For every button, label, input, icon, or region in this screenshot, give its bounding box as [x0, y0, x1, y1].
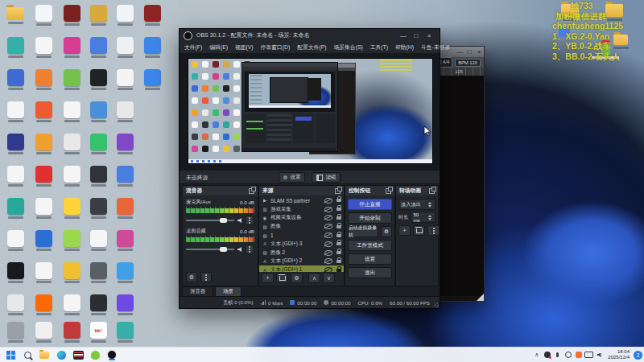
desktop-icon[interactable] — [88, 37, 109, 58]
lock-icon[interactable] — [336, 216, 341, 220]
desktop-icon[interactable] — [5, 69, 26, 90]
controls-dock-header[interactable]: 控制按钮 — [345, 186, 394, 195]
desktop-icon[interactable] — [33, 69, 54, 90]
resize-grip[interactable] — [477, 294, 484, 301]
source-row-1[interactable]: ▥游戏采集 — [259, 205, 344, 214]
desktop-icon[interactable] — [5, 37, 26, 58]
visibility-eye-icon[interactable] — [324, 207, 332, 212]
app-icon-green[interactable] — [89, 349, 101, 360]
menu-item-1[interactable]: 编辑(E) — [209, 43, 228, 51]
exit-button[interactable]: 退出 — [348, 267, 392, 278]
tray-obs-icon[interactable] — [543, 350, 551, 360]
menu-item-6[interactable]: 工具(T) — [370, 43, 388, 51]
settings-button[interactable]: 设置 — [348, 253, 392, 265]
speaker-icon[interactable] — [237, 247, 242, 252]
lock-icon[interactable] — [336, 225, 341, 228]
speaker-icon[interactable] — [237, 218, 242, 223]
remove-transition-button[interactable] — [413, 225, 425, 236]
desktop-icon[interactable] — [114, 69, 135, 90]
menu-item-4[interactable]: 配置文件(P) — [297, 43, 326, 51]
slider-knob[interactable] — [220, 218, 227, 223]
desktop-icon[interactable] — [88, 198, 109, 219]
desktop-icon[interactable] — [5, 294, 26, 315]
desktop-icon[interactable] — [33, 322, 54, 343]
source-row-6[interactable]: ▨图像 2 — [259, 249, 344, 257]
notification-badge[interactable]: 2 — [634, 351, 642, 360]
desktop-icon[interactable] — [33, 262, 54, 283]
add-source-button[interactable]: + — [262, 273, 274, 283]
desktop-icon[interactable] — [61, 322, 82, 343]
desktop-icon[interactable] — [114, 322, 135, 343]
tray-mic-icon[interactable] — [553, 350, 562, 360]
desktop-icon[interactable] — [114, 134, 135, 154]
desktop-icon[interactable] — [61, 134, 82, 154]
tab-mixer[interactable]: 混音器 — [182, 286, 213, 296]
clock[interactable]: 18:04 2025/12/4 — [608, 349, 630, 360]
desktop-icon[interactable] — [61, 166, 82, 187]
tab-scenes[interactable]: 场景 — [215, 286, 242, 296]
maximize-icon[interactable]: □ — [410, 29, 423, 42]
desktop-icon[interactable] — [114, 294, 135, 315]
desktop-icon[interactable] — [88, 230, 109, 251]
desktop-icon[interactable] — [33, 198, 54, 219]
visibility-eye-icon[interactable] — [324, 224, 332, 229]
minimize-icon[interactable]: — — [455, 47, 464, 57]
desktop-icon[interactable] — [33, 294, 54, 315]
desktop-icon[interactable] — [88, 262, 109, 283]
desktop-icon[interactable] — [88, 294, 109, 315]
desktop-icon[interactable] — [88, 166, 109, 187]
transition-select[interactable]: 淡入淡出 — [398, 199, 436, 210]
desktop-icon[interactable] — [5, 322, 26, 343]
desktop-icon[interactable] — [114, 5, 135, 26]
volume-slider[interactable] — [186, 220, 234, 221]
desktop-icon[interactable] — [114, 37, 135, 58]
source-settings-button[interactable]: ⚙ 设置 — [279, 172, 306, 183]
desktop-icon[interactable] — [5, 262, 26, 283]
popout-icon[interactable] — [335, 188, 341, 194]
lock-icon[interactable] — [336, 242, 341, 245]
desktop-icon[interactable] — [114, 166, 135, 187]
desktop-icon[interactable] — [5, 166, 26, 187]
desktop-icon[interactable] — [33, 5, 54, 26]
start-button[interactable] — [5, 349, 16, 360]
visibility-eye-icon[interactable] — [324, 198, 332, 204]
source-properties-button[interactable]: ⚙ — [291, 273, 303, 283]
desktop-icon[interactable] — [33, 37, 54, 58]
desktop-icon[interactable] — [88, 101, 109, 122]
desktop-icon[interactable] — [61, 5, 82, 26]
visibility-eye-icon[interactable] — [324, 267, 332, 272]
visibility-eye-icon[interactable] — [324, 250, 332, 256]
desktop-icon[interactable] — [88, 134, 109, 154]
menu-item-5[interactable]: 场景集合(S) — [333, 43, 362, 51]
obs-titlebar[interactable]: OBS 30.1.2 - 配置文件: 未命名 - 场景: 未命名 — □ × — [180, 29, 440, 42]
desktop-icon[interactable] — [33, 134, 54, 154]
close-icon[interactable]: × — [474, 47, 484, 57]
desktop-icon[interactable] — [114, 262, 135, 283]
desktop-icon[interactable] — [61, 230, 82, 251]
studio-mode-button[interactable]: 工作室模式 — [348, 240, 392, 251]
lock-icon[interactable] — [336, 269, 341, 272]
desktop-icon[interactable] — [142, 5, 163, 26]
desktop-icon[interactable] — [33, 101, 54, 122]
mixer-config-button[interactable]: ⚙ — [186, 272, 197, 282]
desktop-icon[interactable] — [114, 101, 135, 122]
desktop-icon[interactable] — [33, 166, 54, 187]
move-down-button[interactable]: ∨ — [323, 273, 335, 283]
source-row-3[interactable]: ▨图像 — [259, 222, 344, 231]
close-icon[interactable]: × — [423, 29, 436, 42]
tray-monitor-icon[interactable] — [584, 350, 593, 360]
source-row-7[interactable]: A文本 (GDI+) 2 — [259, 257, 344, 266]
obs-taskbar-icon[interactable] — [106, 349, 118, 360]
desktop-icon[interactable] — [61, 69, 82, 90]
desktop-icon[interactable] — [114, 230, 135, 251]
desktop-icon[interactable] — [142, 69, 163, 90]
source-row-0[interactable]: ▶SLAM S5 partner_ — [259, 196, 344, 205]
desktop-icon[interactable] — [5, 101, 26, 122]
tray-settings-icon[interactable] — [564, 350, 572, 360]
desktop-icon[interactable] — [5, 134, 26, 154]
obs-preview[interactable] — [180, 53, 440, 171]
tray-chevron-icon[interactable]: ∧ — [532, 350, 541, 360]
desktop-icon[interactable] — [61, 294, 82, 315]
desktop-icon[interactable] — [61, 37, 82, 58]
popout-icon[interactable] — [429, 188, 435, 194]
